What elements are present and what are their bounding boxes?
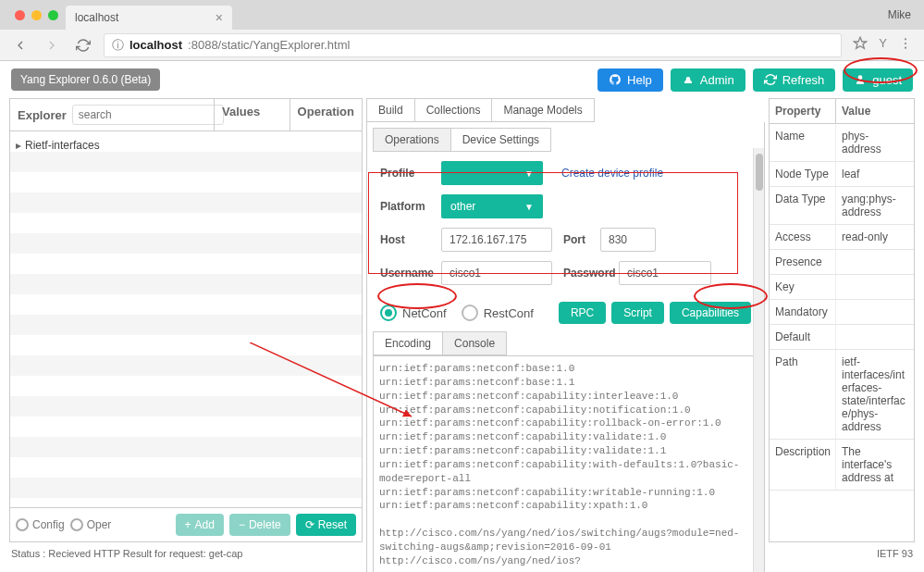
reset-icon: ⟳ bbox=[305, 518, 314, 531]
explorer-panel: Explorer Values Operation ▸ Rietf-interf… bbox=[9, 98, 363, 542]
status-text: Status : Recieved HTTP Result for reques… bbox=[11, 548, 242, 559]
values-header: Values bbox=[214, 99, 290, 131]
plus-icon: + bbox=[185, 518, 191, 531]
user-icon bbox=[854, 73, 867, 86]
forward-icon bbox=[41, 36, 63, 55]
prop-row: Mandatory bbox=[770, 300, 914, 325]
username-label: Username bbox=[380, 267, 441, 280]
scrollbar[interactable] bbox=[753, 148, 764, 572]
explorer-header: Explorer bbox=[18, 108, 67, 122]
explorer-tree[interactable]: ▸ Rietf-interfaces bbox=[10, 131, 362, 507]
host-input[interactable] bbox=[441, 228, 552, 252]
prop-row: Namephys-address bbox=[770, 124, 914, 162]
value-header: Value bbox=[836, 99, 914, 123]
prop-row: Default bbox=[770, 325, 914, 350]
reload-icon[interactable] bbox=[72, 36, 94, 55]
tree-item[interactable]: ▸ Rietf-interfaces bbox=[10, 135, 362, 155]
help-label: Help bbox=[627, 73, 652, 87]
username-input[interactable] bbox=[441, 261, 552, 285]
url-host: localhost bbox=[129, 38, 182, 52]
password-input[interactable] bbox=[619, 261, 711, 285]
browser-tab[interactable]: localhost × bbox=[66, 6, 232, 30]
tab-build[interactable]: Build bbox=[366, 98, 415, 122]
close-window-icon[interactable] bbox=[15, 10, 25, 20]
refresh-label: Refresh bbox=[782, 73, 825, 87]
expand-icon[interactable]: ▸ bbox=[16, 139, 21, 152]
restconf-radio[interactable]: RestConf bbox=[462, 305, 534, 321]
extension-icon[interactable]: Y bbox=[879, 36, 887, 54]
admin-label: Admin bbox=[700, 73, 734, 87]
tree-item-label: Rietf-interfaces bbox=[25, 139, 100, 152]
subtab-encoding[interactable]: Encoding bbox=[373, 331, 443, 355]
subtab-operations[interactable]: Operations bbox=[373, 128, 451, 152]
caret-down-icon: ▼ bbox=[524, 202, 534, 212]
host-label: Host bbox=[380, 233, 441, 246]
property-header: Property bbox=[770, 99, 836, 123]
bookmark-icon[interactable] bbox=[853, 36, 868, 54]
password-label: Password bbox=[563, 267, 619, 280]
platform-select[interactable]: other▼ bbox=[441, 194, 543, 218]
caret-down-icon: ▼ bbox=[524, 168, 534, 179]
back-icon[interactable] bbox=[9, 36, 31, 55]
port-label: Port bbox=[563, 233, 600, 246]
guest-button[interactable]: guest bbox=[843, 68, 913, 92]
add-button[interactable]: +Add bbox=[176, 514, 224, 536]
svg-point-0 bbox=[905, 38, 906, 40]
menu-icon[interactable] bbox=[898, 36, 913, 54]
profile-label: Profile bbox=[380, 167, 441, 180]
reset-button[interactable]: ⟳Reset bbox=[296, 514, 356, 536]
minus-icon: − bbox=[239, 518, 245, 531]
close-tab-icon[interactable]: × bbox=[216, 10, 223, 25]
github-icon bbox=[609, 73, 622, 86]
admin-button[interactable]: Admin bbox=[671, 68, 745, 92]
config-radio[interactable]: Config bbox=[16, 518, 65, 531]
tab-collections[interactable]: Collections bbox=[415, 98, 493, 122]
script-button[interactable]: Script bbox=[611, 302, 664, 324]
netconf-radio[interactable]: NetConf bbox=[380, 305, 447, 321]
port-input[interactable] bbox=[600, 228, 656, 252]
site-info-icon[interactable]: ⓘ bbox=[112, 37, 124, 54]
subtab-device-settings[interactable]: Device Settings bbox=[451, 128, 551, 152]
capabilities-button[interactable]: Capabilities bbox=[670, 302, 751, 324]
prop-row: Node Typeleaf bbox=[770, 162, 914, 187]
refresh-icon bbox=[764, 73, 777, 86]
url-input[interactable]: ⓘ localhost:8088/static/YangExplorer.htm… bbox=[104, 33, 842, 57]
prop-row: Data Typeyang:phys-address bbox=[770, 187, 914, 225]
prop-row: DescriptionThe interface's address at bbox=[770, 440, 914, 491]
center-panel: Build Collections Manage Models Operatio… bbox=[366, 98, 765, 542]
search-input[interactable] bbox=[72, 105, 224, 125]
svg-point-1 bbox=[905, 43, 906, 44]
minimize-window-icon[interactable] bbox=[31, 10, 42, 20]
prop-row: Accessread-only bbox=[770, 225, 914, 250]
status-right: IETF 93 bbox=[877, 548, 913, 559]
profile-select[interactable]: ▼ bbox=[441, 161, 543, 185]
app-title-badge: Yang Explorer 0.6.0 (Beta) bbox=[11, 68, 160, 91]
users-icon bbox=[682, 73, 695, 86]
tab-title: localhost bbox=[75, 11, 118, 24]
create-profile-link[interactable]: Create device profile bbox=[561, 167, 663, 180]
tab-manage-models[interactable]: Manage Models bbox=[492, 98, 594, 122]
platform-label: Platform bbox=[380, 200, 441, 213]
operation-header: Operation bbox=[290, 99, 362, 131]
maximize-window-icon[interactable] bbox=[48, 10, 58, 20]
rpc-button[interactable]: RPC bbox=[559, 302, 606, 324]
prop-row: Key bbox=[770, 275, 914, 300]
refresh-button[interactable]: Refresh bbox=[753, 68, 836, 92]
prop-row: Pathietf-interfaces/interfaces-state/int… bbox=[770, 350, 914, 440]
help-button[interactable]: Help bbox=[598, 68, 663, 92]
delete-button[interactable]: −Delete bbox=[229, 514, 290, 536]
oper-radio[interactable]: Oper bbox=[70, 518, 112, 531]
properties-panel: Property Value Namephys-address Node Typ… bbox=[769, 98, 915, 542]
browser-user-label[interactable]: Mike bbox=[888, 8, 924, 21]
svg-point-2 bbox=[905, 47, 906, 49]
window-controls[interactable] bbox=[7, 10, 66, 20]
guest-label: guest bbox=[872, 73, 902, 87]
url-path: :8088/static/YangExplorer.html bbox=[188, 38, 350, 52]
subtab-console[interactable]: Console bbox=[443, 331, 507, 355]
prop-row: Presence bbox=[770, 250, 914, 275]
console-output[interactable]: urn:ietf:params:netconf:base:1.0 urn:iet… bbox=[373, 355, 758, 572]
